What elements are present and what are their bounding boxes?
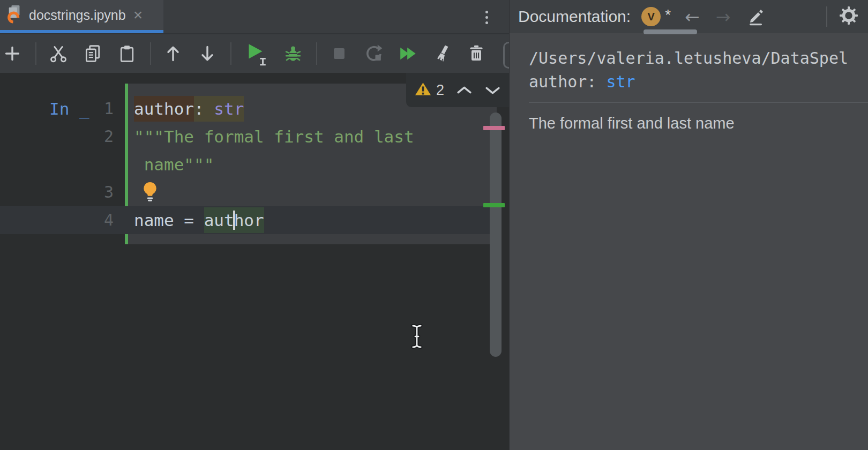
toolbar-separator <box>316 42 317 65</box>
code-token-name-assign: name = <box>134 211 204 230</box>
line-number: 1 <box>80 95 114 123</box>
doc-signature-type: str <box>607 72 635 91</box>
doc-signature: author: str <box>529 70 868 94</box>
run-all-button[interactable] <box>395 34 420 73</box>
documentation-content: /Users/valeria.letusheva/DataSpel author… <box>510 33 868 132</box>
delete-cell-icon <box>467 44 486 63</box>
toolbar-separator <box>35 42 36 65</box>
line-number: 3 <box>80 178 114 206</box>
delete-cell-button[interactable] <box>464 34 489 73</box>
ibeam-pointer <box>410 324 423 351</box>
toolbar-separator <box>230 42 231 65</box>
warning-count: 2 <box>436 82 444 99</box>
add-cell-icon <box>3 44 22 63</box>
documentation-panel: Documentation: V * ← → <box>509 0 868 450</box>
restart-kernel-icon <box>363 43 384 64</box>
doc-divider <box>529 102 868 103</box>
tab-docstrings-ipynb[interactable]: docstrings.ipynb × <box>0 0 163 33</box>
paste-cell-button[interactable] <box>115 34 139 73</box>
restart-kernel-button[interactable] <box>361 34 386 73</box>
code-line-1: author: str <box>134 95 244 123</box>
chevron-down-icon <box>484 85 501 96</box>
header-separator <box>826 6 827 27</box>
code-token-author-usage: author <box>204 207 264 233</box>
edit-source-icon <box>745 7 765 26</box>
avatar[interactable]: V <box>641 7 661 26</box>
toolbar-separator <box>150 42 151 65</box>
notebook-editor-pane: docstrings.ipynb × <box>0 0 509 450</box>
code-token-author: author <box>134 96 194 122</box>
documentation-title: Documentation: <box>518 8 631 26</box>
editor-tab-bar: docstrings.ipynb × <box>0 0 509 33</box>
stop-icon <box>330 44 349 63</box>
error-stripe-caret-mark[interactable] <box>483 203 505 207</box>
code-line-2-wrap: name""" <box>134 151 214 178</box>
jupyter-file-icon <box>6 4 24 26</box>
error-stripe-warning-mark[interactable] <box>483 126 505 130</box>
copy-icon <box>83 44 102 63</box>
move-down-icon <box>198 44 217 63</box>
cut-icon <box>49 44 68 63</box>
tab-title: docstrings.ipynb <box>29 8 126 23</box>
move-cell-up-button[interactable] <box>161 34 185 73</box>
back-icon[interactable]: ← <box>685 8 700 26</box>
documentation-header: Documentation: V * ← → <box>510 0 868 33</box>
line-number: 2 <box>80 123 114 151</box>
occluded-widget-edge <box>503 42 509 69</box>
header-scroll-indicator[interactable] <box>643 29 697 34</box>
add-cell-button[interactable] <box>0 34 25 73</box>
ide-window: docstrings.ipynb × <box>0 0 868 450</box>
kebab-menu-icon[interactable] <box>482 8 491 27</box>
doc-description: The formal first and last name <box>529 115 868 132</box>
line-number: 4 <box>80 206 114 234</box>
settings-gear-icon <box>839 6 858 25</box>
debug-cell-button[interactable] <box>281 34 305 73</box>
move-cell-down-button[interactable] <box>195 34 220 73</box>
code-line-2: """The formal first and last <box>134 123 414 151</box>
cut-cell-button[interactable] <box>46 34 71 73</box>
warning-triangle-icon <box>415 81 431 99</box>
doc-signature-name: author: <box>529 72 607 91</box>
stop-button[interactable] <box>327 34 351 73</box>
close-icon[interactable]: × <box>133 7 143 23</box>
code-token-str-type: str <box>214 96 244 122</box>
forward-icon[interactable]: → <box>716 8 731 26</box>
move-up-icon <box>163 44 183 63</box>
prev-warning-button[interactable] <box>456 85 473 96</box>
code-line-4: name = author <box>134 206 264 234</box>
notebook-toolbar <box>0 33 509 73</box>
lightbulb-icon[interactable] <box>141 181 159 206</box>
edit-source-button[interactable] <box>745 7 765 26</box>
editor-scrollbar-thumb[interactable] <box>490 112 502 357</box>
inspection-widget[interactable]: 2 <box>406 73 509 107</box>
code-token-punct: : <box>194 96 214 122</box>
settings-button[interactable] <box>839 6 858 27</box>
editor-body[interactable]: In _ 1 2 3 4 author: str """The formal f… <box>0 73 509 450</box>
chevron-up-icon <box>456 85 473 96</box>
doc-file-path: /Users/valeria.letusheva/DataSpel <box>529 47 868 70</box>
clear-outputs-button[interactable] <box>430 34 454 73</box>
paste-icon <box>117 44 137 63</box>
debug-cell-icon <box>283 43 303 64</box>
run-all-icon <box>398 43 418 64</box>
next-warning-button[interactable] <box>484 85 501 96</box>
run-cell-icon <box>244 41 268 66</box>
clear-outputs-icon <box>432 44 452 63</box>
run-cell-button[interactable] <box>241 34 271 73</box>
modified-marker: * <box>665 6 671 24</box>
copy-cell-button[interactable] <box>80 34 105 73</box>
